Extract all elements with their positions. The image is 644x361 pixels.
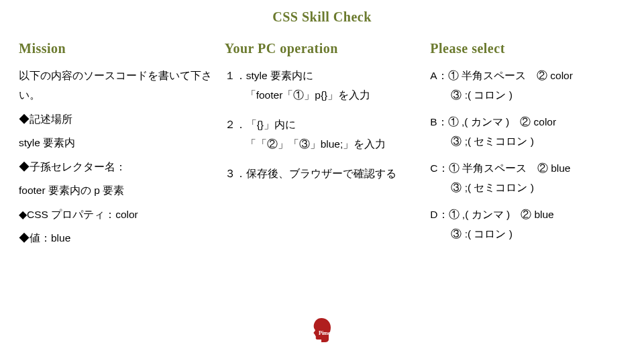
step-1-line2: 「footer「①」p{}」を入力	[225, 85, 420, 105]
option-a-line1: A：① 半角スペース ② color	[430, 70, 573, 81]
option-d[interactable]: D：① ,( カンマ ) ② blue ③ :( コロン )	[430, 205, 625, 244]
option-b-line2: ③ ;( セミコロン )	[430, 132, 625, 151]
step-1-line1: １．style 要素内に	[225, 70, 313, 81]
mission-intro: 以下の内容のソースコードを書いて下さい。	[19, 66, 214, 105]
select-column: Please select A：① 半角スペース ② color ③ :( コロ…	[425, 41, 631, 252]
operation-steps: １．style 要素内に 「footer「①」p{}」を入力 ２．「{}」内に …	[225, 66, 420, 183]
operation-heading: Your PC operation	[225, 41, 420, 56]
operation-column: Your PC operation １．style 要素内に 「footer「①…	[219, 41, 425, 252]
step-3-line1: ３．保存後、ブラウザーで確認する	[225, 168, 396, 179]
step-1: １．style 要素内に 「footer「①」p{}」を入力	[225, 66, 420, 105]
option-c-line1: C：① 半角スペース ② blue	[430, 162, 570, 174]
option-d-line1: D：① ,( カンマ ) ② blue	[430, 209, 553, 220]
mission-selector-value: footer 要素内の p 要素	[19, 180, 214, 200]
step-2-line2: 「「②」「③」blue;」を入力	[225, 134, 420, 154]
option-a[interactable]: A：① 半角スペース ② color ③ :( コロン )	[430, 66, 625, 105]
mission-value: ◆値：blue	[19, 228, 214, 248]
columns: Mission 以下の内容のソースコードを書いて下さい。 ◆記述場所 style…	[0, 41, 644, 252]
mission-column: Mission 以下の内容のソースコードを書いて下さい。 ◆記述場所 style…	[13, 41, 219, 252]
option-d-line2: ③ :( コロン )	[430, 224, 625, 244]
step-2: ２．「{}」内に 「「②」「③」blue;」を入力	[225, 115, 420, 154]
select-heading: Please select	[430, 41, 625, 56]
option-a-line2: ③ :( コロン )	[430, 85, 625, 105]
mission-body: 以下の内容のソースコードを書いて下さい。 ◆記述場所 style 要素内 ◆子孫…	[19, 66, 214, 248]
page-title: CSS Skill Check	[0, 0, 644, 25]
head-icon: Pimc	[307, 315, 337, 346]
mission-location-label: ◆記述場所	[19, 109, 214, 129]
mission-property: ◆CSS プロパティ：color	[19, 205, 214, 224]
logo-text: Pimc	[319, 330, 331, 336]
option-c[interactable]: C：① 半角スペース ② blue ③ ;( セミコロン )	[430, 158, 625, 198]
step-3: ３．保存後、ブラウザーで確認する	[225, 164, 420, 183]
select-options: A：① 半角スペース ② color ③ :( コロン ) B：① ,( カンマ…	[430, 66, 625, 244]
mission-location-value: style 要素内	[19, 133, 214, 152]
mission-heading: Mission	[19, 41, 214, 56]
option-b[interactable]: B：① ,( カンマ ) ② color ③ ;( セミコロン )	[430, 112, 625, 152]
mission-selector-label: ◆子孫セレクター名：	[19, 157, 214, 176]
step-2-line1: ２．「{}」内に	[225, 119, 296, 130]
logo: Pimc	[307, 315, 337, 349]
option-c-line2: ③ ;( セミコロン )	[430, 178, 625, 197]
option-b-line1: B：① ,( カンマ ) ② color	[430, 116, 556, 127]
